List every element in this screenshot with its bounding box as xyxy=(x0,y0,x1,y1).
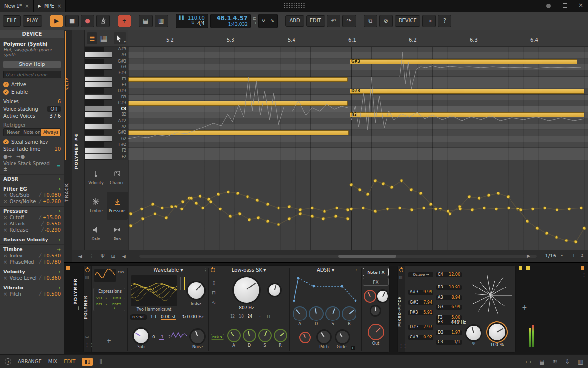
pressure-point[interactable] xyxy=(556,208,558,211)
mappings-toggle-icon[interactable]: ≋ xyxy=(553,358,557,365)
retrigger-option-never[interactable]: Never xyxy=(4,129,23,136)
punch-in-icon[interactable]: ⊏ xyxy=(253,16,256,21)
pitch-cell-C4[interactable]: C412.00 xyxy=(436,272,462,277)
ruler-label[interactable]: 5.4 xyxy=(288,37,295,43)
voice-stacking-value[interactable]: Off xyxy=(47,106,61,112)
env-s-knob[interactable] xyxy=(326,307,339,320)
pressure-point[interactable] xyxy=(382,182,385,185)
pressure-point[interactable] xyxy=(322,217,325,220)
pressure-point[interactable] xyxy=(129,212,132,215)
pitch-cell-G3[interactable]: G36.99 xyxy=(436,305,462,310)
pressure-point[interactable] xyxy=(519,208,522,211)
mod-route-icon[interactable]: ⇢ xyxy=(57,186,61,192)
wavetable-display[interactable] xyxy=(131,275,177,306)
sub-octave-0[interactable]: 0 xyxy=(152,335,155,339)
sync-badge[interactable]: ↻ SYNC xyxy=(130,314,147,320)
pressure-point[interactable] xyxy=(565,239,568,242)
pressure-point[interactable] xyxy=(526,220,529,223)
piano-key-C3[interactable]: C3 xyxy=(85,106,128,112)
pitch-cell-C#3[interactable]: C#30.92 xyxy=(408,335,433,340)
note-out-icon[interactable]: →● xyxy=(16,154,25,159)
view-arrange[interactable]: ARRANGE xyxy=(18,359,42,364)
pressure-point[interactable] xyxy=(299,208,302,211)
pressure-point[interactable] xyxy=(311,215,314,218)
piano-key-F#3[interactable]: F#3 xyxy=(85,70,128,76)
index-knob[interactable] xyxy=(188,282,204,299)
expression-tag-rel[interactable]: REL ⇢ xyxy=(96,303,107,306)
pressure-point[interactable] xyxy=(227,191,230,193)
remove-mod-icon[interactable]: × xyxy=(3,215,7,220)
punch-out-icon[interactable]: ⊐ xyxy=(253,21,256,25)
envelope-display[interactable] xyxy=(293,275,358,303)
pressure-point[interactable] xyxy=(334,215,337,218)
lane-dots-icon[interactable]: ⋮ xyxy=(89,254,94,259)
voice-stack-spread-row[interactable]: Voice Stack Spread ± ≣ xyxy=(0,160,64,173)
mixer-toggle-icon[interactable]: ▥ xyxy=(578,358,583,365)
expression-lane-velocity[interactable]: Velocity xyxy=(85,163,107,192)
pressure-point[interactable] xyxy=(468,195,471,198)
env-mod-route-icon[interactable]: ⇢ xyxy=(354,267,357,272)
env-a-knob[interactable] xyxy=(294,307,306,320)
track-name[interactable]: POLYMER #6 xyxy=(74,117,82,185)
play-menu-button[interactable]: PLAY xyxy=(23,15,42,27)
expression-lane-gain[interactable]: Gain xyxy=(85,220,107,248)
mini-fader[interactable] xyxy=(180,277,181,290)
pressure-point[interactable] xyxy=(248,218,251,221)
expression-lane-timbre[interactable]: Timbre xyxy=(85,192,107,220)
file-menu-button[interactable]: FILE xyxy=(3,15,21,27)
pressure-point[interactable] xyxy=(141,217,144,220)
piano-key-A3[interactable]: A3 xyxy=(85,52,128,58)
pitch-cell-F3[interactable]: F35.00 xyxy=(436,315,462,320)
feg-s-knob[interactable] xyxy=(259,330,271,341)
pitch-value[interactable]: 12.00 xyxy=(449,272,460,277)
mod-item[interactable]: ×Index╱+0.530 xyxy=(0,253,64,259)
mono-knob[interactable] xyxy=(371,306,380,315)
glide-knob[interactable] xyxy=(336,331,349,343)
piano-key-A#2[interactable]: A#2 xyxy=(85,118,128,124)
scroll-left-icon[interactable]: ◀ xyxy=(78,254,82,259)
piano-key-G3[interactable]: G3 xyxy=(85,64,128,70)
pressure-point[interactable] xyxy=(459,208,462,210)
notch-icon[interactable]: ⊓ xyxy=(267,314,270,319)
pitch-cell-D3[interactable]: D31.97 xyxy=(436,330,462,335)
piano-key-F#2[interactable]: F#2 xyxy=(85,142,128,148)
pressure-point[interactable] xyxy=(362,207,365,209)
piano-key-E3[interactable]: E3 xyxy=(85,82,128,88)
mod-item-value[interactable]: -0.290 xyxy=(45,227,61,233)
resonance-knob[interactable] xyxy=(269,284,280,296)
cutoff-knob[interactable] xyxy=(234,277,259,303)
env-type-selector[interactable]: ADSR ▾ xyxy=(290,267,361,272)
prev-icon[interactable]: ◀ xyxy=(122,254,126,259)
retrigger-option-note-on[interactable]: Note on xyxy=(23,129,42,136)
mod-curve-icon[interactable]: ╱ xyxy=(39,215,41,220)
pitch-value[interactable]: 10.91 xyxy=(449,285,460,290)
pressure-point[interactable] xyxy=(531,208,534,210)
curve-icon[interactable]: ⌐ xyxy=(259,314,263,319)
piano-key-D#3[interactable]: D#3 xyxy=(85,88,128,94)
engine-status-icon[interactable] xyxy=(546,4,551,8)
zoom-vertical-icon[interactable]: ↕ xyxy=(580,253,584,258)
pressure-point[interactable] xyxy=(246,195,249,198)
pressure-point[interactable] xyxy=(207,198,210,201)
loop-icon[interactable]: ↻ xyxy=(262,18,265,23)
pressure-point[interactable] xyxy=(410,188,413,191)
mix-knob[interactable] xyxy=(377,291,388,302)
noise-knob[interactable] xyxy=(191,330,204,343)
osc-detune-st[interactable]: 0.00 st xyxy=(161,314,176,320)
mod-item-value[interactable]: +0.260 xyxy=(43,199,61,204)
piano-key-D3[interactable]: D3 xyxy=(85,95,128,100)
pressure-point[interactable] xyxy=(580,207,583,209)
pitch-value[interactable]: 0.92 xyxy=(423,335,432,340)
pressure-point[interactable] xyxy=(487,194,490,197)
pressure-point[interactable] xyxy=(190,197,193,200)
pitch-cell-F#3[interactable]: F#35.91 xyxy=(408,310,433,315)
stack-layers-icon[interactable]: ≣ xyxy=(57,164,61,169)
pressure-point[interactable] xyxy=(497,192,500,195)
add-modulator-button[interactable]: + xyxy=(107,337,111,344)
notes-toggle-icon[interactable]: ▤ xyxy=(539,358,544,365)
pressure-point[interactable] xyxy=(507,195,510,198)
time-signature[interactable]: 4/4 xyxy=(197,21,205,26)
mod-item-value[interactable]: +0.780 xyxy=(43,259,61,265)
piano-key-A2[interactable]: A2 xyxy=(85,124,128,130)
pitch-value[interactable]: 8.94 xyxy=(451,295,460,300)
